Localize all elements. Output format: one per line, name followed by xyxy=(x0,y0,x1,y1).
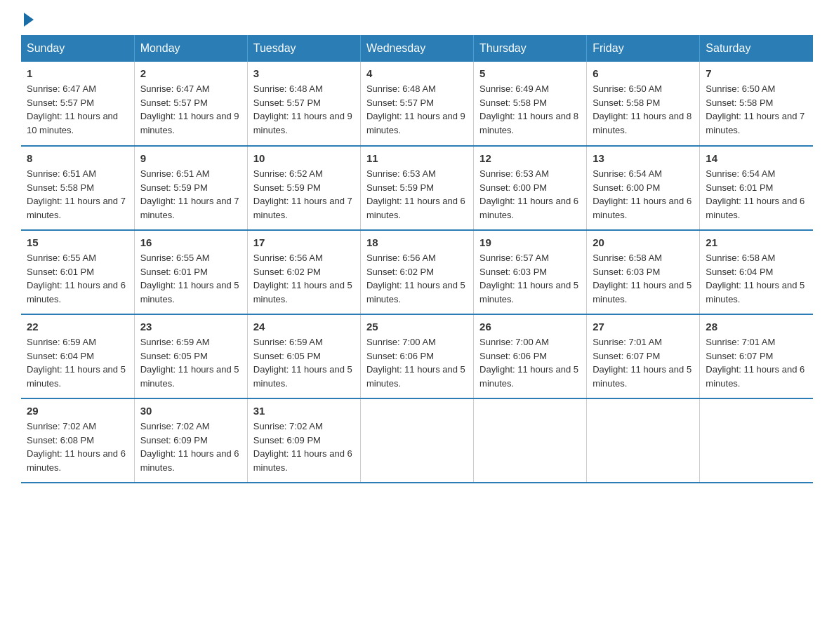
calendar-week-row: 1 Sunrise: 6:47 AM Sunset: 5:57 PM Dayli… xyxy=(21,62,813,146)
calendar-cell: 23 Sunrise: 6:59 AM Sunset: 6:05 PM Dayl… xyxy=(134,314,247,398)
day-info: Sunrise: 6:54 AM Sunset: 6:00 PM Dayligh… xyxy=(593,167,694,222)
day-header-monday: Monday xyxy=(134,35,247,62)
calendar-cell: 9 Sunrise: 6:51 AM Sunset: 5:59 PM Dayli… xyxy=(134,146,247,230)
day-number: 2 xyxy=(140,67,241,79)
day-info: Sunrise: 6:55 AM Sunset: 6:01 PM Dayligh… xyxy=(27,251,128,306)
calendar-cell: 19 Sunrise: 6:57 AM Sunset: 6:03 PM Dayl… xyxy=(474,230,587,314)
day-number: 25 xyxy=(366,321,468,333)
day-info: Sunrise: 6:53 AM Sunset: 6:00 PM Dayligh… xyxy=(479,167,581,222)
day-info: Sunrise: 6:47 AM Sunset: 5:57 PM Dayligh… xyxy=(140,82,241,137)
calendar-cell: 16 Sunrise: 6:55 AM Sunset: 6:01 PM Dayl… xyxy=(134,230,247,314)
calendar-cell: 12 Sunrise: 6:53 AM Sunset: 6:00 PM Dayl… xyxy=(474,146,587,230)
calendar-cell: 15 Sunrise: 6:55 AM Sunset: 6:01 PM Dayl… xyxy=(21,230,134,314)
day-number: 23 xyxy=(140,321,241,333)
day-number: 4 xyxy=(366,67,468,79)
day-number: 16 xyxy=(140,236,241,248)
day-number: 22 xyxy=(27,321,128,333)
day-number: 31 xyxy=(253,405,355,417)
calendar-cell: 14 Sunrise: 6:54 AM Sunset: 6:01 PM Dayl… xyxy=(700,146,813,230)
day-number: 11 xyxy=(366,152,468,164)
day-number: 21 xyxy=(706,236,807,248)
logo-arrow-icon xyxy=(24,13,34,27)
calendar-week-row: 8 Sunrise: 6:51 AM Sunset: 5:58 PM Dayli… xyxy=(21,146,813,230)
calendar-cell: 5 Sunrise: 6:49 AM Sunset: 5:58 PM Dayli… xyxy=(474,62,587,146)
calendar-cell: 27 Sunrise: 7:01 AM Sunset: 6:07 PM Dayl… xyxy=(587,314,700,398)
calendar-table: SundayMondayTuesdayWednesdayThursdayFrid… xyxy=(21,35,813,483)
day-number: 7 xyxy=(706,67,807,79)
calendar-cell: 6 Sunrise: 6:50 AM Sunset: 5:58 PM Dayli… xyxy=(587,62,700,146)
day-header-saturday: Saturday xyxy=(700,35,813,62)
day-info: Sunrise: 6:54 AM Sunset: 6:01 PM Dayligh… xyxy=(706,167,807,222)
day-info: Sunrise: 6:51 AM Sunset: 5:58 PM Dayligh… xyxy=(27,167,128,222)
calendar-cell xyxy=(587,398,700,483)
day-info: Sunrise: 7:01 AM Sunset: 6:07 PM Dayligh… xyxy=(593,335,694,390)
calendar-cell xyxy=(700,398,813,483)
day-info: Sunrise: 6:59 AM Sunset: 6:05 PM Dayligh… xyxy=(253,335,355,390)
day-number: 27 xyxy=(593,321,694,333)
day-header-tuesday: Tuesday xyxy=(247,35,360,62)
day-number: 3 xyxy=(253,67,355,79)
calendar-cell: 2 Sunrise: 6:47 AM Sunset: 5:57 PM Dayli… xyxy=(134,62,247,146)
calendar-cell: 28 Sunrise: 7:01 AM Sunset: 6:07 PM Dayl… xyxy=(700,314,813,398)
day-number: 24 xyxy=(253,321,355,333)
calendar-cell: 13 Sunrise: 6:54 AM Sunset: 6:00 PM Dayl… xyxy=(587,146,700,230)
day-number: 1 xyxy=(27,67,128,79)
day-number: 8 xyxy=(27,152,128,164)
day-info: Sunrise: 6:52 AM Sunset: 5:59 PM Dayligh… xyxy=(253,167,355,222)
calendar-cell: 30 Sunrise: 7:02 AM Sunset: 6:09 PM Dayl… xyxy=(134,398,247,483)
calendar-cell: 22 Sunrise: 6:59 AM Sunset: 6:04 PM Dayl… xyxy=(21,314,134,398)
day-info: Sunrise: 6:51 AM Sunset: 5:59 PM Dayligh… xyxy=(140,167,241,222)
day-number: 26 xyxy=(479,321,581,333)
day-number: 29 xyxy=(27,405,128,417)
day-info: Sunrise: 6:57 AM Sunset: 6:03 PM Dayligh… xyxy=(479,251,581,306)
calendar-cell: 21 Sunrise: 6:58 AM Sunset: 6:04 PM Dayl… xyxy=(700,230,813,314)
day-info: Sunrise: 7:01 AM Sunset: 6:07 PM Dayligh… xyxy=(706,335,807,390)
day-number: 28 xyxy=(706,321,807,333)
day-info: Sunrise: 6:50 AM Sunset: 5:58 PM Dayligh… xyxy=(593,82,694,137)
day-number: 10 xyxy=(253,152,355,164)
calendar-cell: 10 Sunrise: 6:52 AM Sunset: 5:59 PM Dayl… xyxy=(247,146,360,230)
day-info: Sunrise: 7:02 AM Sunset: 6:08 PM Dayligh… xyxy=(27,420,128,474)
calendar-cell: 29 Sunrise: 7:02 AM Sunset: 6:08 PM Dayl… xyxy=(21,398,134,483)
day-info: Sunrise: 6:53 AM Sunset: 5:59 PM Dayligh… xyxy=(366,167,468,222)
day-info: Sunrise: 7:00 AM Sunset: 6:06 PM Dayligh… xyxy=(479,335,581,390)
day-info: Sunrise: 6:50 AM Sunset: 5:58 PM Dayligh… xyxy=(706,82,807,137)
calendar-cell: 20 Sunrise: 6:58 AM Sunset: 6:03 PM Dayl… xyxy=(587,230,700,314)
day-number: 9 xyxy=(140,152,241,164)
day-info: Sunrise: 6:56 AM Sunset: 6:02 PM Dayligh… xyxy=(253,251,355,306)
day-header-wednesday: Wednesday xyxy=(360,35,473,62)
day-number: 6 xyxy=(593,67,694,79)
day-info: Sunrise: 6:48 AM Sunset: 5:57 PM Dayligh… xyxy=(366,82,468,137)
day-number: 15 xyxy=(27,236,128,248)
calendar-cell: 3 Sunrise: 6:48 AM Sunset: 5:57 PM Dayli… xyxy=(247,62,360,146)
day-info: Sunrise: 6:58 AM Sunset: 6:03 PM Dayligh… xyxy=(593,251,694,306)
calendar-cell: 18 Sunrise: 6:56 AM Sunset: 6:02 PM Dayl… xyxy=(360,230,473,314)
calendar-cell xyxy=(474,398,587,483)
day-info: Sunrise: 6:59 AM Sunset: 6:05 PM Dayligh… xyxy=(140,335,241,390)
calendar-cell: 25 Sunrise: 7:00 AM Sunset: 6:06 PM Dayl… xyxy=(360,314,473,398)
page-header xyxy=(21,14,813,24)
calendar-cell: 1 Sunrise: 6:47 AM Sunset: 5:57 PM Dayli… xyxy=(21,62,134,146)
calendar-cell: 31 Sunrise: 7:02 AM Sunset: 6:09 PM Dayl… xyxy=(247,398,360,483)
calendar-week-row: 15 Sunrise: 6:55 AM Sunset: 6:01 PM Dayl… xyxy=(21,230,813,314)
day-header-sunday: Sunday xyxy=(21,35,134,62)
calendar-cell: 24 Sunrise: 6:59 AM Sunset: 6:05 PM Dayl… xyxy=(247,314,360,398)
day-info: Sunrise: 6:48 AM Sunset: 5:57 PM Dayligh… xyxy=(253,82,355,137)
calendar-header-row: SundayMondayTuesdayWednesdayThursdayFrid… xyxy=(21,35,813,62)
day-info: Sunrise: 7:00 AM Sunset: 6:06 PM Dayligh… xyxy=(366,335,468,390)
day-header-thursday: Thursday xyxy=(474,35,587,62)
day-info: Sunrise: 6:49 AM Sunset: 5:58 PM Dayligh… xyxy=(479,82,581,137)
day-info: Sunrise: 6:56 AM Sunset: 6:02 PM Dayligh… xyxy=(366,251,468,306)
day-number: 17 xyxy=(253,236,355,248)
calendar-cell: 17 Sunrise: 6:56 AM Sunset: 6:02 PM Dayl… xyxy=(247,230,360,314)
calendar-cell: 4 Sunrise: 6:48 AM Sunset: 5:57 PM Dayli… xyxy=(360,62,473,146)
day-number: 14 xyxy=(706,152,807,164)
day-info: Sunrise: 6:58 AM Sunset: 6:04 PM Dayligh… xyxy=(706,251,807,306)
calendar-week-row: 29 Sunrise: 7:02 AM Sunset: 6:08 PM Dayl… xyxy=(21,398,813,483)
day-number: 5 xyxy=(479,67,581,79)
day-number: 30 xyxy=(140,405,241,417)
calendar-cell: 7 Sunrise: 6:50 AM Sunset: 5:58 PM Dayli… xyxy=(700,62,813,146)
day-info: Sunrise: 7:02 AM Sunset: 6:09 PM Dayligh… xyxy=(253,420,355,474)
day-number: 19 xyxy=(479,236,581,248)
calendar-week-row: 22 Sunrise: 6:59 AM Sunset: 6:04 PM Dayl… xyxy=(21,314,813,398)
